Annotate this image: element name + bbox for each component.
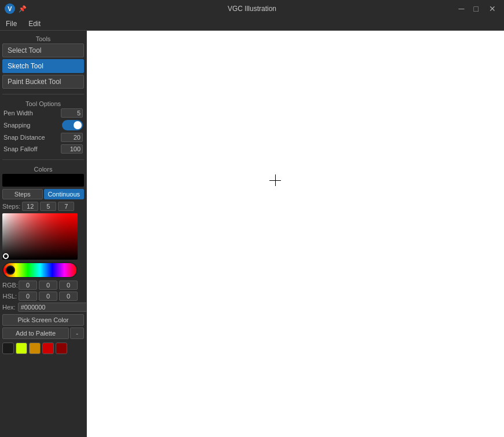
menu-file[interactable]: File [0, 19, 23, 29]
picker-cursor [3, 253, 9, 259]
tools-label: Tools [2, 33, 84, 43]
snap-distance-label: Snap Distance [3, 134, 45, 141]
snap-distance-row: Snap Distance [2, 133, 84, 142]
hex-input[interactable] [18, 303, 87, 312]
hsl-row: HSL: [2, 292, 84, 301]
continuous-mode-button[interactable]: Continuous [44, 189, 85, 199]
add-palette-row: Add to Palette - [2, 327, 84, 339]
step1-input[interactable] [22, 202, 38, 211]
pin-icon: 📌 [19, 5, 27, 13]
remove-from-palette-button[interactable]: - [70, 327, 84, 339]
hue-track: ▶ [2, 262, 78, 278]
hsl-s-input[interactable] [39, 292, 57, 301]
crosshair-cursor [269, 174, 281, 186]
menubar: File Edit [0, 17, 504, 31]
pick-screen-color-button[interactable]: Pick Screen Color [2, 314, 84, 326]
add-to-palette-button[interactable]: Add to Palette [2, 327, 69, 339]
sidebar: Tools Select Tool Sketch Tool Paint Buck… [0, 31, 87, 437]
swatch-3[interactable] [42, 343, 54, 354]
steps-row: Steps: [2, 202, 84, 211]
paint-bucket-tool-button[interactable]: Paint Bucket Tool [2, 75, 84, 89]
pen-width-input[interactable] [61, 108, 83, 118]
sketch-tool-button[interactable]: Sketch Tool [2, 59, 84, 73]
main: Tools Select Tool Sketch Tool Paint Buck… [0, 31, 504, 437]
snap-falloff-row: Snap Falloff [2, 144, 84, 154]
toggle-thumb [74, 121, 82, 129]
pen-width-row: Pen Width [2, 108, 84, 118]
canvas-area[interactable] [87, 31, 504, 437]
hex-label: Hex: [2, 304, 16, 311]
hex-row: Hex: [2, 303, 84, 312]
snap-distance-input[interactable] [61, 133, 83, 142]
window-controls: ─ □ ✕ [456, 3, 499, 14]
color-picker-canvas [2, 213, 78, 260]
minimize-button[interactable]: ─ [456, 3, 467, 14]
mode-row: Steps Continuous [2, 189, 84, 199]
select-tool-button[interactable]: Select Tool [2, 43, 84, 57]
step2-input[interactable] [40, 202, 56, 211]
app-logo: V 📌 [5, 3, 27, 14]
hue-slider-container[interactable]: ▶ [2, 262, 78, 278]
rgb-r-input[interactable] [19, 281, 37, 290]
snapping-label: Snapping [3, 122, 31, 129]
rgb-row: RGB: [2, 281, 84, 290]
rgb-b-input[interactable] [59, 281, 78, 290]
steps-label: Steps: [2, 203, 20, 210]
snapping-row: Snapping [2, 120, 84, 130]
divider-1 [2, 94, 84, 94]
close-button[interactable]: ✕ [485, 3, 499, 14]
tool-options-label: Tool Options [2, 98, 84, 108]
hue-thumb [6, 265, 15, 275]
hsl-l-input[interactable] [59, 292, 78, 301]
steps-mode-button[interactable]: Steps [2, 189, 43, 199]
pen-width-label: Pen Width [3, 110, 33, 116]
logo-icon: V [5, 3, 15, 14]
step3-input[interactable] [58, 202, 74, 211]
snap-falloff-label: Snap Falloff [3, 145, 38, 152]
swatch-0[interactable] [2, 343, 14, 354]
maximize-button[interactable]: □ [472, 3, 481, 14]
menu-edit[interactable]: Edit [23, 19, 46, 29]
color-preview [2, 174, 84, 187]
color-picker-box[interactable] [2, 213, 78, 260]
titlebar: V 📌 VGC Illustration ─ □ ✕ [0, 0, 504, 17]
svg-text:V: V [8, 5, 12, 12]
snapping-toggle[interactable] [62, 120, 83, 130]
app-title: VGC Illustration [228, 5, 276, 13]
snap-falloff-input[interactable] [61, 144, 83, 154]
hsl-label: HSL: [2, 293, 17, 300]
swatch-2[interactable] [29, 343, 41, 354]
divider-2 [2, 159, 84, 160]
swatch-4[interactable] [56, 343, 67, 354]
palette-row [2, 341, 84, 355]
rgb-g-input[interactable] [39, 281, 57, 290]
colors-label: Colors [2, 163, 84, 174]
swatch-1[interactable] [16, 343, 27, 354]
rgb-label: RGB: [2, 282, 17, 289]
hsl-h-input[interactable] [19, 292, 37, 301]
